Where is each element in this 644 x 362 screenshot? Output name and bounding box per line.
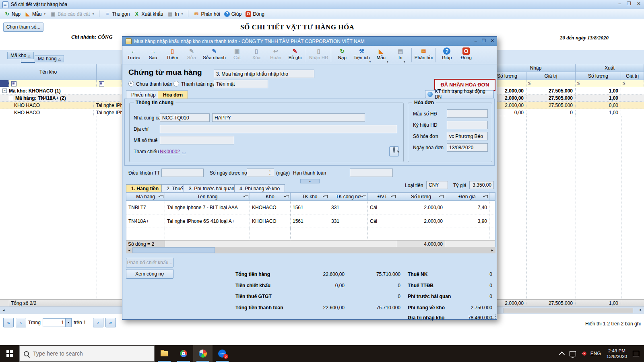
terms-field[interactable] [161,169,204,177]
column-header-gia-tri-nhap[interactable]: Giá trị [526,72,576,80]
taskbar-explorer[interactable] [155,345,174,362]
invoice-form-field[interactable] [447,109,488,118]
toolbar-nap-button[interactable]: ↻Nạp [4,11,21,17]
pin-icon[interactable] [392,195,396,198]
start-button[interactable] [0,345,19,362]
table-row[interactable]: 2.000,0027.505.0001,00 [496,87,644,95]
scroll-left-icon[interactable]: ◄ [0,309,5,312]
template-button[interactable]: ◣Mẫu▼ [372,47,391,61]
header-so-luong[interactable]: Số lượng [397,193,445,201]
column-header-so-luong-xuat[interactable]: Số lượng [576,72,621,80]
table-row[interactable]: 2.000,0027.505.0001,00 [496,95,644,102]
address-field[interactable] [160,125,397,133]
group-by-ma-hang-button[interactable]: Mã hàng △ [35,55,64,62]
save-button[interactable]: ▣Cất [227,47,247,61]
filter-checkbox-icon[interactable] [11,81,17,86]
main-close-button[interactable]: ✕ [637,1,641,6]
toolbar-bao-cao-da-cat-button[interactable]: ▣Báo cáo đã cất▼ [50,11,94,17]
help-button[interactable]: ?Giúp [437,47,456,61]
add-button[interactable]: ▯Thêm [163,47,182,61]
column-header-so-luong-nhap[interactable]: Số lượng [496,72,526,80]
tray-expand-icon[interactable] [559,352,565,357]
view-debt-button[interactable]: Xem công nợ [126,269,173,279]
column-header-ten-hang[interactable] [97,64,122,80]
header-don-gia[interactable]: Đơn giá [445,193,489,201]
rate-field[interactable]: 3.350,00 [469,181,494,189]
filter-gia-tri-nhap[interactable]: ≤ [526,80,576,87]
group-row-ma-hang[interactable]: −Mã hàng: TN418A+ (2) [0,95,122,102]
taskbar-zalo[interactable]: Zalo5 [213,345,232,362]
feedback-button[interactable]: ✉Phản hồi [413,47,434,61]
filter-op-icon[interactable]: ≤ [577,80,580,86]
table-row[interactable]: KHO HACO Tai nghe IPh [0,102,122,109]
grid-row[interactable]: TNBLT7 Tai nghe Iphone 7 - BLT loại AAA … [126,201,495,214]
column-header-ten-kho[interactable]: Tên kho [0,64,97,80]
tab-phi-hang-ve-kho[interactable]: 4. Phí hàng về kho [234,184,285,193]
spinner-arrows[interactable]: ▲▼ [269,169,271,176]
pin-icon[interactable] [245,195,248,198]
first-page-button[interactable]: « [3,318,14,327]
grid-row[interactable]: TN418A+ Tai nghe IPhone 6S 418 loại A+ K… [126,214,495,228]
reference-link[interactable]: NK00002 [160,149,180,154]
tab-hoa-don[interactable]: Hóa đơn [158,90,188,99]
header-kho[interactable]: Kho [250,193,291,201]
dialog-minimize-button[interactable]: – [475,38,477,43]
scroll-right-icon[interactable]: ► [489,249,495,252]
scrollbar-thumb[interactable] [504,308,633,313]
spin-down-icon[interactable]: ▼ [269,173,271,176]
edit-button[interactable]: ✎Sửa [182,47,201,61]
filter-ten-kho[interactable] [9,80,97,87]
toolbar-mau-button[interactable]: ◣Mẫu▼ [25,11,46,17]
collapse-panel-button[interactable]: ▲ [300,179,320,183]
header-tk-cong-no[interactable]: TK công nợ [329,193,368,201]
next-record-button[interactable]: →Sau [143,47,163,61]
prev-record-button[interactable]: ←Trước [124,47,143,61]
search-input[interactable] [32,350,134,357]
doc-type-combo[interactable]: 3. Mua hàng nhập khẩu nhập kho [214,70,314,78]
header-dvt[interactable]: ĐVT [368,193,397,201]
reference-more-link[interactable]: ... [182,149,186,154]
toolbar-thu-gon-button[interactable]: ≡Thu gọn [104,11,130,17]
column-header-gia-tri-xuat[interactable]: Giá trị [621,72,644,80]
table-row[interactable]: KHO HACO Tai nghe IPh [0,109,122,116]
dialog-maximize-button[interactable]: ❐ [482,38,486,43]
collapse-icon[interactable]: − [2,88,7,93]
invoice-serial-field[interactable] [447,121,488,129]
unpost-button[interactable]: ✎Bỏ ghi [285,47,305,61]
header-ma-hang[interactable]: Mã hàng [126,193,165,201]
h-scrollbar-left[interactable]: ◄ [0,306,122,314]
supplier-code-field[interactable]: NCC-TQ010 [160,113,210,122]
tax-code-field[interactable] [160,136,234,144]
reload-button[interactable]: ↻Nạp [332,47,352,61]
utilities-button[interactable]: ⚒Tiện ích▼ [352,47,371,61]
action-center-icon[interactable] [633,351,639,356]
network-icon[interactable] [570,351,576,356]
preview-button[interactable] [389,146,399,156]
tab-hang-tien[interactable]: 1. Hàng tiền [126,184,164,193]
scrollbar-thumb[interactable] [132,247,215,253]
filter-op-icon[interactable]: ≤ [528,80,531,86]
language-indicator[interactable]: ENG [590,351,601,356]
kt-status-link[interactable]: KT tình trạng hoạt động DN [425,90,494,98]
toolbar-giup-button[interactable]: ?Giúp [224,11,242,17]
invoice-number-field[interactable]: vc Phương Béo [447,132,488,140]
grid-h-scrollbar[interactable]: ◄ ► [126,247,495,253]
table-row[interactable]: 0,0001,00 [496,109,644,116]
taskbar-chrome[interactable] [174,345,193,362]
main-maximize-button[interactable]: ❐ [627,1,631,6]
dialog-close-button[interactable]: ✕ [491,38,494,43]
page-input[interactable]: 1 ▼ [43,318,72,327]
close-dialog-button[interactable]: OĐóng [456,47,476,61]
choose-params-button[interactable]: Chọn tham số... [3,23,43,32]
spin-up-icon[interactable]: ▲ [269,169,271,173]
allocate-discount-button[interactable]: Phân bổ chiết khấu... [126,258,173,267]
radio-thanh-toan-ngay[interactable]: Thanh toán ngay [173,81,217,87]
taskbar-erp-app[interactable] [193,345,213,362]
filter-so-luong-xuat[interactable]: ≤ [576,80,621,87]
volume-muted-icon[interactable]: ✕ [582,352,585,356]
page-dropdown-icon[interactable]: ▼ [65,319,71,327]
dialog-titlebar[interactable]: Mua hàng nhập khẩu nhập kho chưa thanh t… [122,37,497,46]
toolbar-xuat-khau-button[interactable]: XXuất khẩu [134,11,163,17]
toolbar-dong-button[interactable]: OĐóng [246,11,264,17]
filter-so-luong-nhap[interactable] [496,80,526,87]
